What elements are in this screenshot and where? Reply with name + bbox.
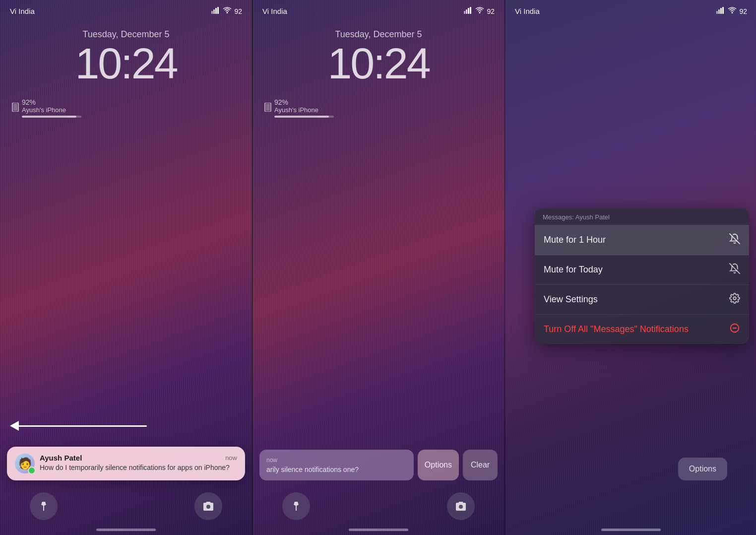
menu-item-view-settings[interactable]: View Settings xyxy=(535,285,749,315)
svg-rect-14 xyxy=(266,104,270,111)
options-button-3[interactable]: Options xyxy=(678,458,727,480)
home-indicator-2 xyxy=(349,529,408,531)
svg-rect-6 xyxy=(13,104,17,111)
swipe-arrow xyxy=(10,421,147,431)
status-bar-2: Vi India xyxy=(252,0,504,19)
flashlight-button-2[interactable] xyxy=(282,492,310,520)
panel-3: Vi India xyxy=(505,0,756,535)
phone-icon-2 xyxy=(264,103,271,113)
notification-body-1: Ayush Patel now How do I temporarily sil… xyxy=(40,454,237,472)
svg-rect-11 xyxy=(470,7,471,14)
camera-button-2[interactable] xyxy=(447,492,475,520)
options-button-2[interactable]: Options xyxy=(418,450,459,480)
clock-area-2: Tuesday, December 5 10:24 xyxy=(252,19,504,90)
battery-percent-2: 92% xyxy=(274,98,334,106)
signal-icon-2 xyxy=(464,7,473,15)
carrier-3: Vi India xyxy=(515,7,540,15)
clear-label: Clear xyxy=(471,461,490,469)
wifi-icon-2 xyxy=(475,7,484,15)
panel-1: Vi India xyxy=(0,0,252,535)
battery-info-1: 92% Ayush's iPhone xyxy=(0,90,252,118)
device-name-2: Ayush's iPhone xyxy=(274,106,334,114)
svg-rect-18 xyxy=(720,8,722,14)
wifi-icon-3 xyxy=(728,7,737,15)
clock-time-1: 10:24 xyxy=(0,42,252,85)
notification-time-1: now xyxy=(225,454,237,462)
carrier-1: Vi India xyxy=(10,7,35,15)
svg-rect-10 xyxy=(468,8,469,14)
svg-rect-2 xyxy=(215,8,217,14)
options-label: Options xyxy=(425,461,452,469)
svg-point-4 xyxy=(227,12,228,13)
signal-icon xyxy=(211,7,220,15)
svg-point-7 xyxy=(206,505,210,509)
svg-point-23 xyxy=(733,297,736,300)
status-icons-2: 92 xyxy=(464,7,495,15)
svg-point-20 xyxy=(732,12,733,13)
menu-item-turn-off-label: Turn Off All "Messages" Notifications xyxy=(544,324,689,334)
menu-item-turn-off[interactable]: Turn Off All "Messages" Notifications xyxy=(535,315,749,344)
svg-rect-8 xyxy=(464,11,465,14)
clock-date-2: Tuesday, December 5 xyxy=(252,29,504,40)
svg-rect-1 xyxy=(213,9,215,14)
signal-icon-3 xyxy=(716,7,725,15)
bottom-icons-1 xyxy=(0,492,252,520)
mute-hour-icon xyxy=(729,233,740,247)
svg-point-12 xyxy=(479,12,481,13)
svg-rect-16 xyxy=(716,11,718,14)
svg-line-21 xyxy=(730,234,740,244)
flashlight-button-1[interactable] xyxy=(30,492,58,520)
notification-sender-1: Ayush Patel xyxy=(40,454,82,462)
truncated-time: now xyxy=(266,457,407,464)
options-label-3: Options xyxy=(689,465,716,473)
battery-percent-1: 92% xyxy=(22,98,81,106)
menu-item-view-settings-label: View Settings xyxy=(544,294,598,305)
status-icons-3: 92 xyxy=(716,7,747,15)
clock-area-1: Tuesday, December 5 10:24 xyxy=(0,19,252,90)
wifi-icon xyxy=(223,7,232,15)
svg-rect-9 xyxy=(466,9,467,14)
menu-item-mute-today-label: Mute for Today xyxy=(544,265,603,275)
battery-info-2: 92% Ayush's iPhone xyxy=(252,90,504,118)
clock-date-1: Tuesday, December 5 xyxy=(0,29,252,40)
notification-message-1: How do I temporarily silence notificatio… xyxy=(40,463,237,472)
mute-today-icon xyxy=(729,263,740,276)
menu-item-mute-today[interactable]: Mute for Today xyxy=(535,255,749,285)
status-bar-3: Vi India xyxy=(505,0,756,19)
home-indicator-1 xyxy=(96,529,156,531)
phone-icon xyxy=(12,103,19,113)
svg-point-15 xyxy=(459,505,463,509)
device-name-1: Ayush's iPhone xyxy=(22,106,81,114)
clear-button[interactable]: Clear xyxy=(463,450,498,480)
carrier-2: Vi India xyxy=(262,7,287,15)
svg-rect-19 xyxy=(722,7,724,14)
avatar-1: 🧑 xyxy=(15,454,35,473)
notification-truncated: now arily silence notifications one? xyxy=(259,450,414,480)
menu-item-mute-hour-label: Mute for 1 Hour xyxy=(544,235,606,245)
battery-status-1: 92 xyxy=(234,7,242,15)
settings-icon xyxy=(729,293,740,306)
truncated-message: arily silence notifications one? xyxy=(266,466,407,473)
battery-status-3: 92 xyxy=(739,7,747,15)
svg-rect-0 xyxy=(211,11,213,14)
turn-off-icon xyxy=(729,323,740,336)
status-bar-1: Vi India xyxy=(0,0,252,19)
svg-line-22 xyxy=(730,264,740,273)
home-indicator-3 xyxy=(601,529,661,531)
messages-badge xyxy=(28,467,36,474)
arrow-line xyxy=(18,425,147,427)
menu-item-mute-hour[interactable]: Mute for 1 Hour xyxy=(535,225,749,255)
context-menu: Messages: Ayush Patel Mute for 1 Hour Mu… xyxy=(535,208,749,344)
swiped-notification-area: now arily silence notifications one? Opt… xyxy=(259,450,498,480)
context-menu-header: Messages: Ayush Patel xyxy=(535,208,749,225)
notification-card-1[interactable]: 🧑 Ayush Patel now How do I temporarily s… xyxy=(7,447,245,480)
svg-rect-3 xyxy=(217,7,219,14)
clock-time-2: 10:24 xyxy=(252,42,504,85)
camera-button-1[interactable] xyxy=(194,492,222,520)
bottom-icons-2 xyxy=(252,492,504,520)
panel-2: Vi India xyxy=(252,0,504,535)
status-icons-1: 92 xyxy=(211,7,242,15)
svg-rect-17 xyxy=(718,9,720,14)
battery-status-2: 92 xyxy=(487,7,495,15)
